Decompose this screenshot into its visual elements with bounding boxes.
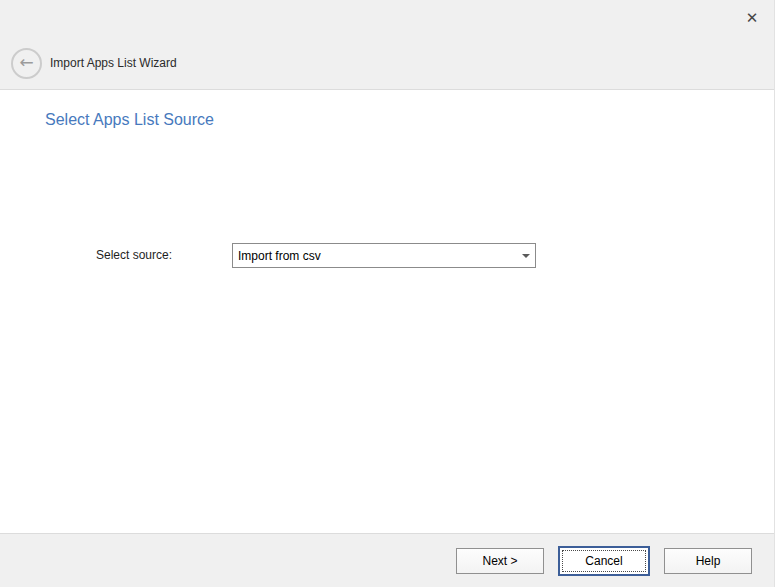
- wizard-dialog: ✕ ← Import Apps List Wizard Select Apps …: [0, 0, 775, 587]
- page-heading: Select Apps List Source: [45, 111, 214, 129]
- wizard-content: Select Apps List Source Select source: I…: [0, 91, 774, 533]
- close-icon: ✕: [746, 9, 759, 27]
- wizard-title: Import Apps List Wizard: [50, 56, 177, 70]
- close-button[interactable]: ✕: [736, 4, 768, 32]
- next-button[interactable]: Next >: [456, 548, 544, 574]
- back-arrow-icon: ←: [19, 54, 33, 71]
- cancel-button[interactable]: Cancel: [558, 546, 650, 576]
- source-label: Select source:: [96, 248, 172, 262]
- help-button[interactable]: Help: [664, 548, 752, 574]
- source-select[interactable]: Import from csv: [232, 243, 536, 268]
- wizard-footer: Next > Cancel Help: [0, 533, 774, 587]
- wizard-header: ✕ ← Import Apps List Wizard: [0, 0, 774, 90]
- back-button[interactable]: ←: [11, 48, 42, 79]
- source-row: Select source: Import from csv: [0, 242, 774, 268]
- source-select-value: Import from csv: [233, 249, 517, 263]
- chevron-down-icon[interactable]: [517, 244, 535, 267]
